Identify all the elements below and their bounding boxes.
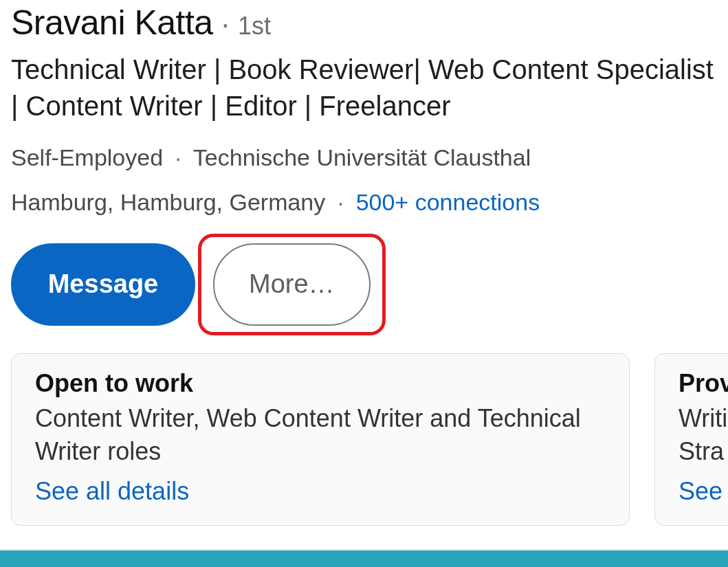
connections-link[interactable]: 500+ connections: [356, 189, 540, 215]
current-company[interactable]: Self-Employed: [11, 144, 163, 170]
card-body: Content Writer, Web Content Writer and T…: [35, 402, 606, 469]
degree-separator-dot: ·: [221, 9, 230, 39]
see-all-details-link[interactable]: See: [679, 477, 728, 506]
more-button-wrap: More…: [213, 243, 371, 326]
more-button[interactable]: More…: [213, 243, 371, 326]
card-title: Open to work: [35, 369, 606, 398]
open-to-work-card[interactable]: Open to work Content Writer, Web Content…: [11, 353, 630, 526]
separator-dot: ·: [338, 189, 344, 215]
profile-name[interactable]: Sravani Katta: [11, 4, 213, 42]
providing-services-card[interactable]: Prov Writi Stra See: [654, 353, 728, 526]
page-divider-strip: [0, 549, 728, 567]
education[interactable]: Technische Universität Clausthal: [193, 144, 531, 170]
card-title: Prov: [679, 369, 728, 398]
message-button[interactable]: Message: [11, 243, 195, 326]
separator-dot: ·: [175, 144, 181, 170]
connection-degree: 1st: [238, 12, 271, 41]
see-all-details-link[interactable]: See all details: [35, 477, 606, 506]
name-row: Sravani Katta · 1st: [11, 4, 717, 42]
location-connections-row: Hamburg, Hamburg, Germany · 500+ connect…: [11, 189, 717, 216]
open-to-cards: Open to work Content Writer, Web Content…: [0, 353, 728, 526]
profile-header: Sravani Katta · 1st Technical Writer | B…: [0, 4, 728, 326]
action-buttons-row: Message More…: [11, 243, 717, 326]
profile-headline: Technical Writer | Book Reviewer| Web Co…: [11, 52, 717, 124]
card-body: Writi Stra: [679, 402, 728, 469]
company-education-row: Self-Employed · Technische Universität C…: [11, 142, 717, 173]
profile-location: Hamburg, Hamburg, Germany: [11, 189, 325, 215]
